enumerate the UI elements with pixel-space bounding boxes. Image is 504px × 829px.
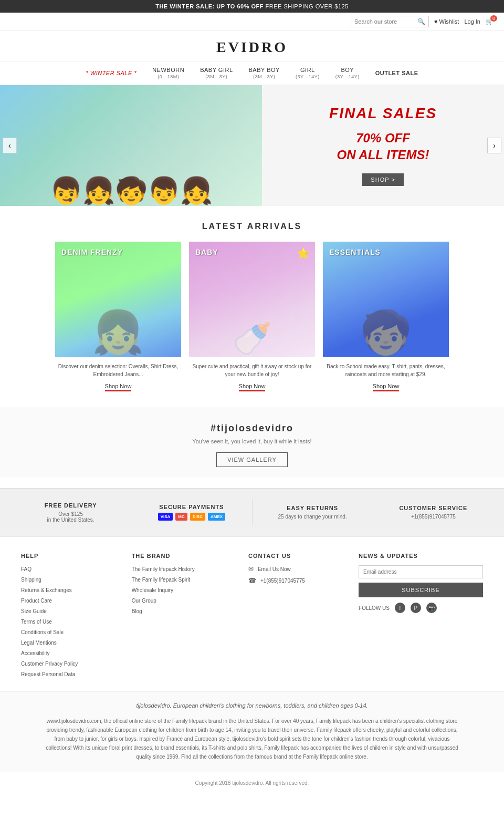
login-link[interactable]: Log In <box>464 18 480 25</box>
amex-icon: AMEX <box>208 513 225 521</box>
brand-description: tijolosdevidro. European children's clot… <box>0 691 504 772</box>
payment-icons: VISA MC DISC AMEX <box>131 513 251 521</box>
footer-link-faq[interactable]: FAQ <box>21 566 32 572</box>
footer-link-terms[interactable]: Terms of Use <box>21 619 52 625</box>
nav-item-sale[interactable]: * WINTER SALE * <box>86 70 136 76</box>
footer-link-personal-data[interactable]: Request Personal Data <box>21 671 75 677</box>
instagram-icon[interactable]: 📷 <box>426 603 437 613</box>
search-input[interactable] <box>354 18 417 25</box>
footer-columns: HELP FAQ Shipping Returns & Exchanges Pr… <box>21 553 483 681</box>
footer-link-privacy[interactable]: Customer Privacy Policy <box>21 661 78 667</box>
gallery-button[interactable]: VIEW GALLERY <box>216 452 288 467</box>
baby-card-emoji: ⭐ <box>297 247 310 260</box>
easy-returns-desc: 25 days to change your mind. <box>253 514 373 520</box>
essentials-card-label: ESSENTIALS <box>329 248 381 256</box>
hero-shop-button[interactable]: SHOP > <box>362 173 403 186</box>
banner-text2: FREE SHIPPING OVER $125 <box>266 3 349 9</box>
hero-image: 👦👧🧒👦👧 <box>0 85 262 206</box>
feature-secure-payments: SECURE PAYMENTS VISA MC DISC AMEX <box>131 504 251 521</box>
hero-dot-3[interactable] <box>81 198 85 202</box>
essentials-shop-link[interactable]: Shop Now <box>373 383 400 391</box>
essentials-card-desc: Back-to-School made easy. T-shirt, pants… <box>323 362 449 378</box>
mastercard-icon: MC <box>175 513 187 521</box>
nav-item-newborn[interactable]: NEWBORN (0 - 18M) <box>152 67 184 79</box>
denim-card-label: DENIM FRENZY <box>61 248 123 256</box>
nav-item-boy[interactable]: BOY (3Y - 14Y) <box>335 67 360 79</box>
secure-payments-title: SECURE PAYMENTS <box>131 504 251 510</box>
search-box[interactable]: 🔍 <box>351 16 429 27</box>
hero-dot-2[interactable] <box>75 198 78 202</box>
footer-link-shipping[interactable]: Shipping <box>21 577 41 583</box>
footer-brand-title: THE BRAND <box>132 553 195 559</box>
hero-dot-1[interactable] <box>68 198 72 202</box>
follow-row: FOLLOW US f P 📷 <box>359 603 483 613</box>
feature-free-delivery: FREE DELIVERY Over $125 in the United St… <box>10 502 131 523</box>
footer-newsletter-col: NEWS & UPDATES SUBSCRIBE FOLLOW US f P 📷 <box>359 553 483 681</box>
wishlist-link[interactable]: ♥ Wishlist <box>434 18 459 25</box>
contact-phone: ☎ +1(855)917045775 <box>248 577 305 584</box>
social-hashtag: #tijolosdevidro <box>10 423 494 434</box>
footer-link-returns[interactable]: Returns & Exchanges <box>21 587 72 593</box>
site-logo[interactable]: EVIDRO <box>0 39 504 56</box>
footer: HELP FAQ Shipping Returns & Exchanges Pr… <box>0 536 504 691</box>
free-delivery-title: FREE DELIVERY <box>10 502 131 509</box>
denim-shop-link[interactable]: Shop Now <box>105 383 132 391</box>
email-icon: ✉ <box>248 565 254 573</box>
brand-tagline: tijolosdevidro. European children's clot… <box>21 702 483 709</box>
footer-brand-history[interactable]: The Family lifepack History <box>132 566 195 572</box>
top-bar: 🔍 ♥ Wishlist Log In 🛒0 <box>0 13 504 31</box>
footer-brand-spirit[interactable]: The Family lifepack Spirit <box>132 577 191 583</box>
footer-link-product-care[interactable]: Product Care <box>21 598 52 604</box>
arrival-card-denim: DENIM FRENZY 👧 Discover our denim select… <box>55 242 181 391</box>
top-banner: THE WINTER SALE: UP TO 60% OFF FREE SHIP… <box>0 0 504 13</box>
banner-text: THE WINTER SALE: UP TO 60% OFF <box>155 3 264 9</box>
phone-icon: ☎ <box>248 577 256 584</box>
footer-brand-wholesale[interactable]: Wholesale Inquiry <box>132 587 173 593</box>
copyright-bar: Copyright 2018 tijolosdevidro. All right… <box>0 772 504 794</box>
hero-dots <box>68 198 85 202</box>
hero-prev-button[interactable]: ‹ <box>3 138 17 153</box>
arrivals-grid: DENIM FRENZY 👧 Discover our denim select… <box>10 242 494 391</box>
baby-shop-link[interactable]: Shop Now <box>239 383 266 391</box>
footer-link-accessibility[interactable]: Accessibility <box>21 650 49 656</box>
nav-item-girl[interactable]: GIRL (3Y - 14Y) <box>296 67 320 79</box>
footer-contact-col: CONTACT US ✉ Email Us Now ☎ +1(855)91704… <box>248 553 305 681</box>
footer-newsletter-title: NEWS & UPDATES <box>359 553 483 559</box>
footer-link-conditions[interactable]: Conditions of Sale <box>21 629 64 635</box>
hero-tagline: FINAL SALES <box>272 105 494 122</box>
nav-item-baby-boy[interactable]: BABY BOY (3M - 3Y) <box>249 67 280 79</box>
hero-children-image: 👦👧🧒👦👧 <box>50 85 213 206</box>
footer-brand-blog[interactable]: Blog <box>132 608 142 614</box>
footer-link-size-guide[interactable]: Size Guide <box>21 608 47 614</box>
nav-item-outlet[interactable]: OUTLET SALE <box>375 70 418 76</box>
contact-email[interactable]: ✉ Email Us Now <box>248 565 305 573</box>
arrival-card-baby: BABY ⭐ 🍼 Super cute and practical, gift … <box>189 242 315 391</box>
footer-brand-group[interactable]: Our Group <box>132 598 156 604</box>
baby-card-label: BABY <box>195 248 218 256</box>
newsletter-email-input[interactable] <box>359 565 483 578</box>
facebook-icon[interactable]: f <box>395 603 405 613</box>
pinterest-icon[interactable]: P <box>411 603 421 613</box>
search-icon[interactable]: 🔍 <box>417 18 425 25</box>
main-nav: * WINTER SALE * NEWBORN (0 - 18M) BABY G… <box>0 61 504 85</box>
hero-section: ‹ 👦👧🧒👦👧 FINAL SALES 70% OFF ON ALL ITEMS… <box>0 85 504 206</box>
denim-card-image: DENIM FRENZY 👧 <box>55 242 181 357</box>
latest-arrivals-section: LATEST ARRIVALS DENIM FRENZY 👧 Discover … <box>0 206 504 407</box>
hero-text: FINAL SALES 70% OFF ON ALL ITEMS! SHOP > <box>262 95 504 196</box>
footer-help-title: HELP <box>21 553 78 559</box>
footer-link-legal[interactable]: Legal Mentions <box>21 640 57 646</box>
subscribe-button[interactable]: SUBSCRIBE <box>359 583 483 597</box>
denim-card-desc: Discover our denim selection: Overalls, … <box>55 362 181 378</box>
cart-icon[interactable]: 🛒0 <box>486 18 494 25</box>
free-delivery-desc2: in the United States. <box>10 517 131 523</box>
baby-card-desc: Super cute and practical, gift it away o… <box>189 362 315 378</box>
footer-help-col: HELP FAQ Shipping Returns & Exchanges Pr… <box>21 553 78 681</box>
hero-next-button[interactable]: › <box>487 138 501 153</box>
footer-brand-links: The Family lifepack History The Family l… <box>132 565 195 615</box>
feature-easy-returns: EASY RETURNS 25 days to change your mind… <box>253 505 373 520</box>
follow-label: FOLLOW US <box>359 605 390 611</box>
easy-returns-title: EASY RETURNS <box>253 505 373 511</box>
nav-item-baby-girl[interactable]: BABY GIRL (3M - 3Y) <box>200 67 233 79</box>
baby-card-image: BABY ⭐ 🍼 <box>189 242 315 357</box>
feature-customer-service: CUSTOMER SERVICE +1(855)917045775 <box>373 505 494 520</box>
